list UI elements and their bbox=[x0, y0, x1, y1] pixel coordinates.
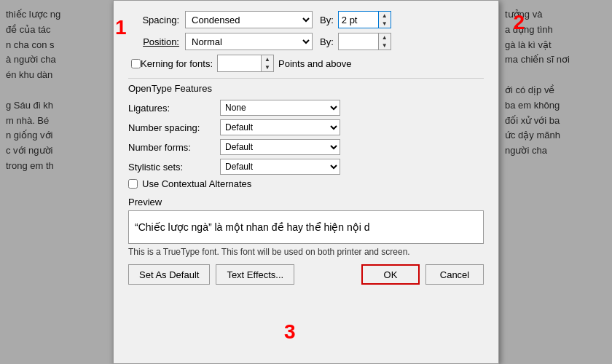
position-label: Position: bbox=[128, 36, 179, 47]
set-as-default-button[interactable]: Set As Default bbox=[128, 264, 210, 285]
contextual-label: Use Contextual Alternates bbox=[142, 178, 251, 189]
by-arrows-1: ▲ ▼ bbox=[378, 11, 391, 28]
opentype-title: OpenType Features bbox=[128, 83, 484, 94]
number-spacing-row: Number spacing: Default Proportional Tab… bbox=[128, 119, 484, 135]
kerning-up[interactable]: ▲ bbox=[262, 55, 273, 63]
preview-box: “Chiếc lược ngà” là một nhan đề hay thể … bbox=[128, 210, 484, 244]
by-label-2: By: bbox=[320, 36, 334, 47]
preview-note: This is a TrueType font. This font will … bbox=[128, 247, 484, 257]
spacing-label: Spacing: bbox=[128, 15, 179, 25]
position-select[interactable]: Normal Raised Lowered bbox=[185, 33, 313, 50]
by-value-1[interactable] bbox=[338, 11, 378, 28]
points-and-above: Points and above bbox=[278, 58, 351, 69]
stylistic-sets-row: Stylistic sets: Default bbox=[128, 159, 484, 175]
by-up-2[interactable]: ▲ bbox=[379, 33, 391, 41]
kerning-value[interactable] bbox=[217, 55, 261, 72]
by-value-2[interactable] bbox=[338, 33, 378, 50]
preview-title: Preview bbox=[128, 197, 484, 207]
kerning-down[interactable]: ▼ bbox=[262, 63, 273, 71]
dialog-buttons: Set As Default Text Effects... OK Cancel bbox=[128, 264, 484, 285]
contextual-row: Use Contextual Alternates bbox=[128, 178, 484, 189]
ligatures-select[interactable]: None Standard Only Standard and Contextu… bbox=[220, 100, 340, 116]
by-arrows-2: ▲ ▼ bbox=[378, 33, 391, 50]
position-row: Position: Normal Raised Lowered By: ▲ ▼ bbox=[128, 33, 484, 50]
kerning-label: Kerning for fonts: bbox=[141, 58, 213, 69]
kerning-spinner: ▲ ▼ bbox=[217, 55, 274, 72]
by-down-2[interactable]: ▼ bbox=[379, 41, 391, 50]
ligatures-label: Ligatures: bbox=[128, 103, 216, 114]
stylistic-sets-label: Stylistic sets: bbox=[128, 162, 216, 173]
by-label-1: By: bbox=[320, 15, 334, 25]
by-up-1[interactable]: ▲ bbox=[379, 12, 391, 20]
spacing-select[interactable]: Condensed Expanded Normal bbox=[185, 11, 313, 28]
number-spacing-select[interactable]: Default Proportional Tabular bbox=[220, 119, 340, 135]
annotation-3: 3 bbox=[284, 320, 296, 344]
annotation-1: 1 bbox=[115, 16, 127, 39]
number-forms-row: Number forms: Default Lining Old-style bbox=[128, 139, 484, 155]
by-down-1[interactable]: ▼ bbox=[379, 20, 391, 28]
number-forms-select[interactable]: Default Lining Old-style bbox=[220, 139, 340, 155]
preview-section: Preview “Chiếc lược ngà” là một nhan đề … bbox=[128, 197, 484, 257]
divider-1 bbox=[128, 78, 484, 79]
cancel-button[interactable]: Cancel bbox=[425, 264, 484, 285]
ok-button[interactable]: OK bbox=[361, 264, 420, 285]
number-spacing-label: Number spacing: bbox=[128, 122, 216, 133]
font-dialog: Spacing: Condensed Expanded Normal By: ▲… bbox=[113, 0, 499, 364]
kerning-row: Kerning for fonts: ▲ ▼ Points and above bbox=[131, 55, 484, 72]
by-spinner-1: ▲ ▼ bbox=[338, 11, 391, 28]
kerning-arrows: ▲ ▼ bbox=[261, 55, 274, 72]
preview-text: “Chiếc lược ngà” là một nhan đề hay thể … bbox=[135, 221, 370, 233]
number-forms-label: Number forms: bbox=[128, 142, 216, 153]
kerning-checkbox[interactable] bbox=[131, 59, 141, 68]
spacing-row: Spacing: Condensed Expanded Normal By: ▲… bbox=[128, 11, 484, 28]
text-effects-button[interactable]: Text Effects... bbox=[216, 264, 294, 285]
stylistic-sets-select[interactable]: Default bbox=[220, 159, 340, 175]
by-spinner-2: ▲ ▼ bbox=[338, 33, 391, 50]
annotation-2: 2 bbox=[513, 11, 525, 34]
ligatures-row: Ligatures: None Standard Only Standard a… bbox=[128, 100, 484, 116]
contextual-checkbox[interactable] bbox=[128, 179, 138, 189]
